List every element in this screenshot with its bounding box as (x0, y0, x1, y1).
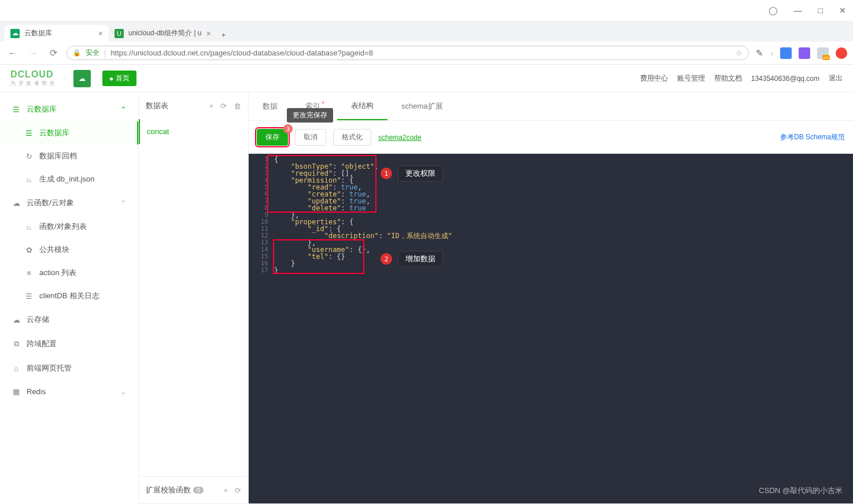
sidebar-item-cors[interactable]: ⧉跨域配置 (0, 332, 138, 356)
sidebar-item-label: 云存储 (27, 314, 49, 325)
home-button[interactable]: ● 首页 (102, 71, 136, 86)
refresh-table-icon[interactable]: ⟳ (220, 102, 227, 110)
sidebar-item-redis[interactable]: ▦Redis⌄ (0, 380, 138, 403)
callout-number-icon: 1 (381, 168, 392, 179)
chevron-left-icon[interactable]: ‹ (770, 48, 773, 58)
sidebar-item-hosting[interactable]: ⌂前端网页托管 (0, 356, 138, 380)
highlight-box-properties (274, 240, 363, 273)
sidebar-item-cloud-db[interactable]: ☰云数据库 (0, 121, 138, 144)
logo-brand: DCLOUD (10, 69, 53, 80)
browser-tab-strip: ☁ 云数据库 × U unicloud-db组件简介 | u × + (0, 21, 853, 42)
new-tab-icon[interactable]: + (217, 28, 231, 42)
reload-icon[interactable]: ⟳ (47, 45, 60, 61)
format-button[interactable]: 格式化 (333, 129, 371, 146)
cost-center-link[interactable]: 费用中心 (640, 73, 668, 83)
highlight-box-permissions (268, 156, 375, 212)
callout-number-icon: 2 (381, 253, 392, 265)
sidebar-item-label: 公共模块 (39, 244, 69, 255)
ext-validators[interactable]: 扩展校验函数 0 +⟳ (139, 476, 248, 503)
eyedropper-icon[interactable]: ✎ (756, 48, 763, 58)
sidebar-item-common-module[interactable]: ✿公共模块 (0, 238, 138, 261)
sidebar-item-db-rollback[interactable]: ↻数据库回档 (0, 144, 138, 168)
watermark: CSDN @敲代码的小吉米 (759, 486, 843, 496)
sidebar-item-label: 函数/对象列表 (39, 221, 87, 232)
close-tab-icon[interactable]: × (98, 29, 103, 38)
account-mgmt-link[interactable]: 账号管理 (677, 73, 705, 83)
schema2code-link[interactable]: schema2code (378, 134, 422, 142)
browser-tab-unicloud-db[interactable]: U unicloud-db组件简介 | u × (109, 25, 217, 42)
user-email[interactable]: 1343540636@qq.com (751, 75, 819, 83)
browser-tab-cloud-db[interactable]: ☁ 云数据库 × (5, 25, 109, 42)
user-icon[interactable]: ◯ (769, 6, 778, 15)
sidebar-item-cloud-storage[interactable]: ☁云存储 (0, 307, 138, 332)
ext-red-icon[interactable] (836, 47, 847, 59)
ext-purple-icon[interactable] (799, 47, 810, 59)
sidebar-item-label: 前端网页托管 (27, 363, 72, 373)
add-table-icon[interactable]: + (209, 102, 213, 110)
dcloud-logo[interactable]: DCLOUD 为 开 发 者 而 生 (10, 69, 56, 87)
sidebar-group-label: 云函数/云对象 (27, 198, 74, 208)
url-text: https://unicloud.dcloud.net.cn/pages/clo… (110, 49, 373, 57)
callout-add-data: 2 增加数据 (381, 251, 443, 267)
browser-omnibar: ← → ⟳ 🔒 安全 | https://unicloud.dcloud.net… (0, 42, 853, 65)
tab-schema-ext[interactable]: schema扩展 (387, 93, 457, 120)
app-header: DCLOUD 为 开 发 者 而 生 | ☁ ● 首页 费用中心 账号管理 帮助… (0, 65, 853, 92)
logout-link[interactable]: 退出 (829, 73, 843, 83)
code-editor[interactable]: 1234567891011121314151617 { "bsonType": … (249, 154, 853, 503)
home-label: 首页 (116, 73, 130, 83)
ext-blue-icon[interactable] (780, 47, 792, 59)
close-tab-icon[interactable]: × (206, 29, 211, 38)
fn-icon: ⏢ (24, 223, 34, 231)
back-icon[interactable]: ← (6, 46, 20, 61)
star-icon[interactable]: ☆ (736, 49, 743, 57)
sidebar-item-label: Redis (27, 387, 46, 396)
secure-label: 安全 (86, 48, 99, 58)
delete-table-icon[interactable]: 🗑 (234, 102, 241, 110)
dot-icon: ● (109, 75, 113, 83)
ext-grey-icon[interactable]: on (817, 47, 829, 59)
list-icon: ☰ (24, 129, 34, 138)
rollback-icon: ↻ (24, 152, 34, 161)
sidebar: ☰云数据库 ⌃ ☰云数据库 ↻数据库回档 ⏢生成 db_init.json ☁云… (0, 92, 139, 504)
data-tables-panel: 数据表 +⟳🗑 concat 扩展校验函数 0 +⟳ (139, 92, 249, 503)
sidebar-item-label: 生成 db_init.json (39, 174, 94, 184)
table-item-concat[interactable]: concat (139, 119, 248, 144)
sidebar-item-label: 云数据库 (39, 128, 69, 138)
window-controls: ◯ — □ ✕ (0, 0, 853, 21)
foot-label: 扩展校验函数 (146, 486, 191, 494)
add-icon[interactable]: + (223, 486, 228, 495)
sidebar-item-clientdb-log[interactable]: ☰clientDB 相关日志 (0, 284, 138, 307)
tab-data[interactable]: 数据 (249, 93, 291, 120)
sidebar-group-label: 云数据库 (27, 104, 57, 114)
sidebar-item-label: action 列表 (39, 268, 76, 278)
sidebar-item-gen-init[interactable]: ⏢生成 db_init.json (0, 168, 138, 191)
uni-logo-icon[interactable]: ☁ (73, 70, 91, 87)
close-window-icon[interactable]: ✕ (839, 6, 846, 15)
cancel-button[interactable]: 取消 (295, 129, 326, 146)
tab-schema[interactable]: 表结构 (337, 92, 387, 120)
sidebar-group-cloud-fn[interactable]: ☁云函数/云对象⌃ (0, 191, 138, 215)
sidebar-item-action-list[interactable]: ≡action 列表 (0, 261, 138, 284)
action-icon: ≡ (24, 269, 34, 277)
save-button[interactable]: 保存 (257, 129, 288, 146)
sidebar-item-label: 数据库回档 (39, 151, 77, 161)
tab-title: unicloud-db组件简介 | u (128, 28, 202, 38)
url-bar[interactable]: 🔒 安全 | https://unicloud.dcloud.net.cn/pa… (67, 46, 749, 60)
help-docs-link[interactable]: 帮助文档 (714, 73, 742, 83)
maximize-icon[interactable]: □ (818, 6, 823, 15)
forward-icon[interactable]: → (27, 46, 40, 61)
redis-icon: ▦ (12, 387, 21, 396)
callout-label: 增加数据 (398, 251, 443, 267)
schema-ref-link[interactable]: 参考DB Schema规范 (780, 132, 845, 142)
callout-label: 更改权限 (398, 165, 443, 181)
minimize-icon[interactable]: — (794, 6, 802, 15)
refresh-icon[interactable]: ⟳ (235, 486, 241, 495)
storage-icon: ☁ (12, 316, 21, 324)
sidebar-group-cloud-db[interactable]: ☰云数据库 ⌃ (0, 97, 138, 121)
sidebar-item-fn-list[interactable]: ⏢函数/对象列表 (0, 215, 138, 238)
zero-badge: 0 (193, 487, 204, 494)
sidebar-item-label: clientDB 相关日志 (39, 291, 99, 301)
uni-favicon-icon: U (115, 29, 124, 38)
log-icon: ☰ (24, 292, 34, 301)
tab-title: 云数据库 (24, 28, 52, 38)
